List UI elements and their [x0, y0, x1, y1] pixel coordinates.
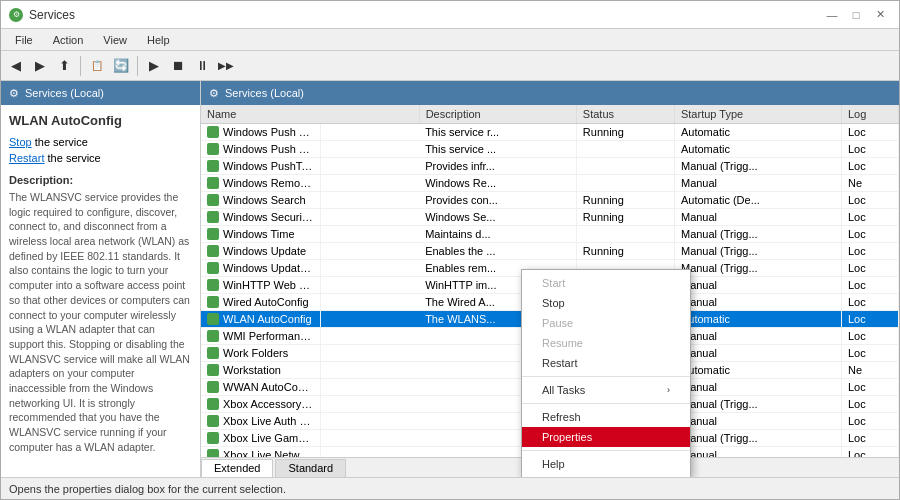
service-startup-cell: Manual (Trigg... [674, 396, 841, 413]
stop-button[interactable]: ⏹ [167, 55, 189, 77]
service-name-cell: Xbox Live Networking S... [201, 447, 321, 457]
table-row[interactable]: Windows Security ServiceWindows Se...Run… [201, 209, 899, 226]
table-row[interactable]: Windows UpdateEnables the ...RunningManu… [201, 243, 899, 260]
ctx-start[interactable]: Start [522, 273, 690, 293]
ctx-stop[interactable]: Stop [522, 293, 690, 313]
col-status[interactable]: Status [576, 105, 674, 124]
col-description[interactable]: Description [419, 105, 576, 124]
service-name-cell: Windows Update Medic Ser... [201, 260, 321, 276]
play-button[interactable]: ▶ [143, 55, 165, 77]
properties-button[interactable]: 📋 [86, 55, 108, 77]
service-name-cell: WMI Performance Adapt... [201, 328, 321, 344]
table-row[interactable]: Windows PushToInstall Servi...Provides i… [201, 158, 899, 175]
service-icon [207, 262, 219, 274]
service-desc-cell: Enables the ... [419, 243, 576, 260]
ctx-help[interactable]: Help [522, 454, 690, 474]
sidebar: ⚙ Services (Local) WLAN AutoConfig Stop … [1, 81, 201, 477]
service-name-text: Xbox Live Auth Manage... [223, 415, 314, 427]
forward-button[interactable]: ▶ [29, 55, 51, 77]
refresh-button[interactable]: 🔄 [110, 55, 132, 77]
ctx-properties[interactable]: Properties [522, 427, 690, 447]
menu-file[interactable]: File [7, 32, 41, 48]
context-menu: Start Stop Pause Resume Restart All Task… [521, 269, 691, 477]
table-row[interactable]: Windows SearchProvides con...RunningAuto… [201, 192, 899, 209]
service-name-cell: Windows Push Notifications... [201, 124, 321, 140]
menu-help[interactable]: Help [139, 32, 178, 48]
table-row[interactable]: Windows Push Notifications...This servic… [201, 124, 899, 141]
ctx-arrow-icon: › [667, 385, 670, 395]
ctx-refresh[interactable]: Refresh [522, 407, 690, 427]
service-name-cell: Windows Remote Managem... [201, 175, 321, 191]
service-name-text: Windows Update [223, 245, 306, 257]
service-log-cell: Loc [841, 243, 898, 260]
col-log[interactable]: Log [841, 105, 898, 124]
service-name-cell: Work Folders [201, 345, 321, 361]
menu-action[interactable]: Action [45, 32, 92, 48]
service-startup-cell: Manual (Trigg... [674, 430, 841, 447]
service-icon [207, 347, 219, 359]
col-startup[interactable]: Startup Type [674, 105, 841, 124]
service-startup-cell: Manual (Trigg... [674, 158, 841, 175]
service-startup-cell: Automatic [674, 362, 841, 379]
restart-button[interactable]: ▶▶ [215, 55, 237, 77]
sidebar-icon: ⚙ [9, 87, 19, 100]
table-row[interactable]: Windows Push Notifications...This servic… [201, 141, 899, 158]
service-startup-cell: Automatic [674, 311, 841, 328]
table-row[interactable]: Windows TimeMaintains d...Manual (Trigg.… [201, 226, 899, 243]
service-status-cell [576, 175, 674, 192]
tab-standard[interactable]: Standard [275, 459, 346, 477]
tab-extended[interactable]: Extended [201, 459, 273, 477]
service-status-cell: Running [576, 209, 674, 226]
service-icon [207, 211, 219, 223]
service-status-cell [576, 141, 674, 158]
stop-service-link[interactable]: Stop [9, 136, 32, 148]
ctx-pause[interactable]: Pause [522, 313, 690, 333]
service-log-cell: Loc [841, 141, 898, 158]
service-log-cell: Loc [841, 396, 898, 413]
service-name-text: Windows Remote Managem... [223, 177, 314, 189]
sidebar-stop-link[interactable]: Stop the service [9, 136, 192, 148]
service-status-cell: Running [576, 124, 674, 141]
pause-button[interactable]: ⏸ [191, 55, 213, 77]
service-startup-cell: Manual (Trigg... [674, 226, 841, 243]
service-icon [207, 330, 219, 342]
service-icon [207, 296, 219, 308]
service-log-cell: Loc [841, 294, 898, 311]
close-button[interactable]: ✕ [869, 5, 891, 25]
maximize-button[interactable]: □ [845, 5, 867, 25]
service-status-cell [576, 226, 674, 243]
service-icon [207, 449, 219, 457]
ctx-resume[interactable]: Resume [522, 333, 690, 353]
service-log-cell: Loc [841, 158, 898, 175]
panel-icon: ⚙ [209, 87, 219, 100]
services-window: ⚙ Services — □ ✕ File Action View Help ◀… [0, 0, 900, 500]
sidebar-restart-link-row[interactable]: Restart the service [9, 152, 192, 164]
service-status-cell: Running [576, 243, 674, 260]
service-log-cell: Loc [841, 260, 898, 277]
service-icon [207, 381, 219, 393]
up-button[interactable]: ⬆ [53, 55, 75, 77]
service-name-cell: WinHTTP Web Proxy Auto-D... [201, 277, 321, 293]
service-startup-cell: Manual (Trigg... [674, 243, 841, 260]
toolbar-separator-2 [137, 56, 138, 76]
back-button[interactable]: ◀ [5, 55, 27, 77]
toolbar: ◀ ▶ ⬆ 📋 🔄 ▶ ⏹ ⏸ ▶▶ [1, 51, 899, 81]
sidebar-content: WLAN AutoConfig Stop the service Restart… [1, 105, 200, 477]
service-name-cell: Windows Update [201, 243, 321, 259]
service-name-text: Windows Time [223, 228, 295, 240]
table-row[interactable]: Windows Remote Managem...Windows Re...Ma… [201, 175, 899, 192]
service-startup-cell: Manual [674, 277, 841, 294]
service-startup-cell: Manual [674, 175, 841, 192]
sidebar-header-label: Services (Local) [25, 87, 104, 99]
window-controls: — □ ✕ [821, 5, 891, 25]
service-name-cell: Wired AutoConfig [201, 294, 321, 310]
ctx-all-tasks[interactable]: All Tasks › [522, 380, 690, 400]
col-name[interactable]: Name [201, 105, 419, 124]
service-log-cell: Loc [841, 413, 898, 430]
restart-service-link[interactable]: Restart [9, 152, 44, 164]
minimize-button[interactable]: — [821, 5, 843, 25]
menu-view[interactable]: View [95, 32, 135, 48]
ctx-restart[interactable]: Restart [522, 353, 690, 373]
service-icon [207, 228, 219, 240]
main-panel: ⚙ Services (Local) Name Description Stat… [201, 81, 899, 477]
